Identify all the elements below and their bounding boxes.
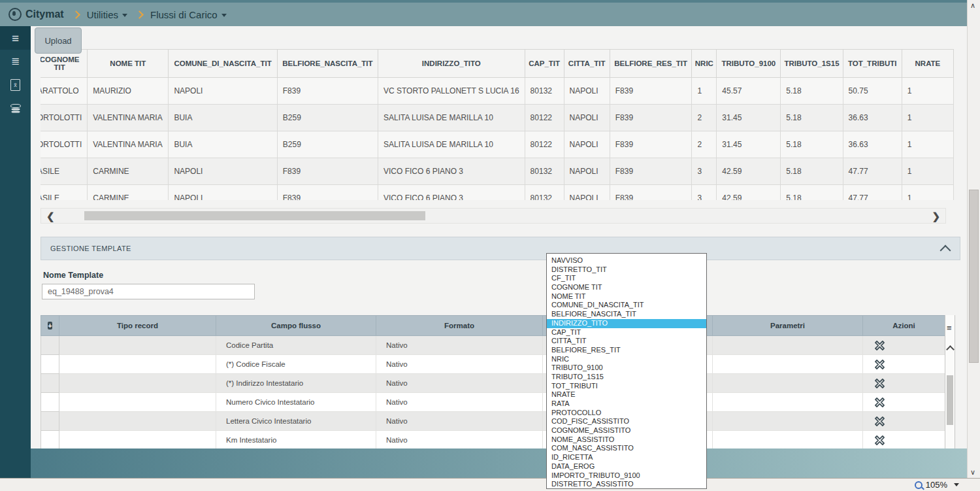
template-row[interactable]: Codice PartitaNativo (41, 336, 945, 355)
page-scrollbar[interactable]: ∧ ∨ (967, 0, 980, 478)
flow-column-header: NRATE (902, 50, 953, 78)
template-row[interactable]: (*) Codice FiscaleNativo (41, 355, 945, 374)
row-expander-cell[interactable] (41, 374, 59, 393)
delete-mapping-icon[interactable] (873, 358, 887, 371)
nome-template-input[interactable] (42, 284, 255, 299)
table-cell: 5.18 (781, 78, 843, 105)
table-cell: 47.77 (843, 158, 902, 185)
scroll-left-icon[interactable]: ❮ (46, 210, 55, 223)
browser-zoom-control[interactable]: 105% (915, 480, 959, 490)
page-scrollbar-thumb[interactable] (969, 190, 979, 363)
table-cell: 45.57 (717, 78, 781, 105)
table-cell: NAPOLI (169, 158, 277, 185)
table-row[interactable]: ORTOLOTTIVALENTINA MARIABUIAB259SALITA L… (41, 105, 954, 131)
dropdown-option[interactable]: COMUNE_DI_NASCITA_TIT (547, 301, 706, 310)
scroll-right-icon[interactable]: ❯ (932, 210, 940, 223)
template-row[interactable]: Lettera Civico IntestatarioNativo (41, 412, 945, 431)
dropdown-option[interactable]: DISTRETTO_TIT (547, 265, 706, 275)
dropdown-option[interactable]: COM_NASC_ASSISTITO (547, 444, 706, 453)
gestione-template-panel-header[interactable]: GESTIONE TEMPLATE (41, 237, 960, 260)
horizontal-scrollbar[interactable]: ❮ ❯ (41, 208, 946, 224)
menu-utilities[interactable]: Utilities (87, 9, 127, 20)
row-expander-cell[interactable] (41, 355, 59, 374)
dropdown-option[interactable]: ID_RICETTA (547, 453, 706, 462)
delete-mapping-icon[interactable] (873, 433, 887, 447)
menu-utilities-label: Utilities (87, 9, 118, 20)
dropdown-option[interactable]: CAP_TIT (547, 328, 706, 337)
row-expander-cell[interactable] (41, 393, 59, 412)
dropdown-option[interactable]: INDIRIZZO_TITO (547, 319, 706, 328)
dropdown-option[interactable]: TRIBUTO_1S15 (547, 373, 706, 382)
template-cell: Nativo (376, 355, 543, 374)
template-row[interactable]: (*) Indirizzo IntestatarioNativo (41, 374, 945, 393)
dropdown-option[interactable]: DATA_EROG (547, 462, 706, 471)
chevron-down-icon (122, 14, 127, 17)
dropdown-option[interactable]: NAVVISO (547, 256, 706, 265)
delete-mapping-icon[interactable] (873, 396, 887, 409)
table-cell: F839 (610, 105, 692, 131)
dropdown-option[interactable]: IMPORTO_TRIBUTO_9100 (547, 471, 706, 481)
dropdown-option[interactable]: RATA (547, 399, 706, 409)
table-cell: MAURIZIO (88, 78, 169, 105)
dropdown-option[interactable]: CF_TIT (547, 274, 706, 283)
table-menu-icon[interactable]: ≡ (947, 323, 952, 333)
table-row[interactable]: ASILECARMINENAPOLIF839VICO FICO 6 PIANO … (41, 185, 954, 201)
table-row[interactable]: ARATTOLOMAURIZIONAPOLIF839VC STORTO PALL… (41, 78, 954, 105)
dropdown-option[interactable]: BELFIORE_RES_TIT (547, 346, 706, 355)
collapse-chevron-icon[interactable] (940, 245, 951, 256)
template-cell: Nativo (376, 431, 543, 449)
table-cell: B259 (277, 131, 378, 158)
dropdown-option[interactable]: COD_FISC_ASSISTITO (547, 417, 706, 426)
dropdown-option[interactable]: NRATE (547, 390, 706, 399)
dropdown-option[interactable]: NOME_ASSISTITO (547, 435, 706, 445)
dropdown-option[interactable]: COGNOME_ASSISTITO (547, 426, 706, 435)
app-brand[interactable]: Citymat (8, 8, 64, 21)
menu-flussi-di-carico[interactable]: Flussi di Carico (150, 9, 227, 20)
azioni-cell (863, 393, 945, 412)
dropdown-option[interactable]: CITTA_TIT (547, 337, 706, 346)
template-row[interactable]: Km IntestatarioNativo (41, 431, 945, 449)
table-cell: 31.45 (717, 131, 781, 158)
delete-mapping-icon[interactable] (873, 415, 887, 428)
table-cell: BUIA (169, 105, 277, 131)
table-row[interactable]: ORTOLOTTIVALENTINA MARIABUIAB259SALITA L… (41, 131, 954, 158)
dropdown-option[interactable]: NRIC (547, 355, 706, 364)
menu-icon: ≡ (12, 32, 19, 44)
dropdown-option[interactable]: TRIBUTO_9100 (547, 364, 706, 373)
template-cell: Nativo (376, 374, 543, 393)
template-row[interactable]: Numero Civico IntestatarioNativo (41, 393, 945, 412)
upload-button[interactable]: Upload (35, 27, 82, 54)
row-expander-cell[interactable] (41, 412, 59, 431)
dropdown-option[interactable]: TOT_TRIBUTI (547, 382, 706, 391)
delete-mapping-icon[interactable] (873, 339, 887, 352)
panel-title: GESTIONE TEMPLATE (50, 245, 131, 252)
table-cell: 2 (692, 105, 717, 131)
dropdown-option[interactable]: NOME TIT (547, 292, 706, 301)
table-cell: 50.75 (843, 78, 902, 105)
scroll-down-icon[interactable]: ∨ (970, 468, 975, 477)
sidebar-item-database[interactable] (0, 97, 31, 120)
template-cell (713, 412, 863, 431)
scroll-up-icon[interactable]: ∧ (970, 1, 975, 10)
sidebar: ≡ ≣ x̄ (0, 26, 31, 478)
flow-column-header: NOME TIT (88, 50, 169, 78)
template-scrollbar-thumb[interactable] (947, 375, 953, 425)
add-row-icon[interactable]: + (48, 322, 52, 330)
row-expander-cell[interactable] (41, 431, 59, 449)
dropdown-option[interactable]: DISTRETTO_ASSISTITO (547, 480, 706, 489)
table-row[interactable]: ASILECARMINENAPOLIF839VICO FICO 6 PIANO … (41, 158, 954, 185)
sidebar-item-list[interactable]: ≣ (0, 50, 31, 73)
sidebar-item-menu[interactable]: ≡ (0, 26, 31, 50)
table-cell: F839 (277, 158, 378, 185)
template-cell: (*) Codice Fiscale (216, 355, 376, 374)
dropdown-option[interactable]: PROTOCOLLO (547, 409, 706, 418)
scroll-up-icon[interactable] (946, 345, 955, 354)
sidebar-item-file-export[interactable]: x̄ (0, 73, 31, 97)
dropdown-option[interactable]: BELFIORE_NASCITA_TIT (547, 310, 706, 319)
horizontal-scrollbar-thumb[interactable] (84, 211, 425, 220)
template-column-header: Parametri (713, 316, 863, 336)
table-cell: 31.45 (717, 105, 781, 131)
row-expander-cell[interactable] (41, 336, 59, 355)
dropdown-option[interactable]: COGNOME TIT (547, 283, 706, 292)
delete-mapping-icon[interactable] (873, 377, 887, 390)
